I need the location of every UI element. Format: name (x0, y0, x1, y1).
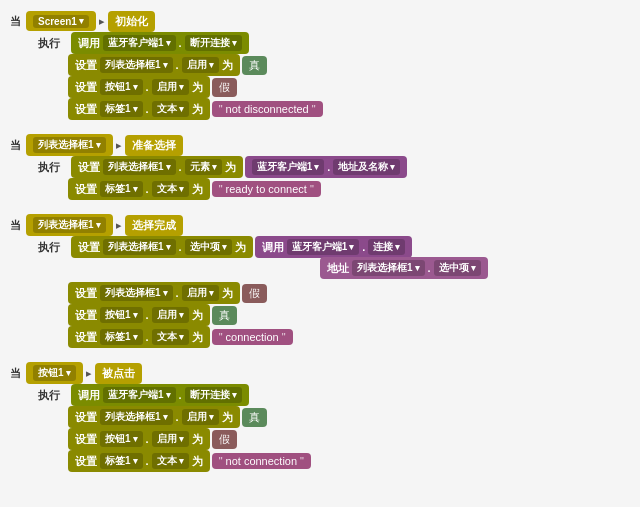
set-block-3-1[interactable]: 设置 列表选择框1 . 选中项 为 (71, 236, 253, 258)
set-text-1-4: 设置 (75, 102, 97, 117)
dot-1-4: . (146, 103, 149, 115)
for-2-1: 为 (225, 160, 236, 175)
listpicker-when-dropdown-3[interactable]: 列表选择框1 (33, 217, 106, 233)
set-text-3-2: 设置 (75, 286, 97, 301)
text-dropdown-4-4[interactable]: 文本 (152, 453, 189, 469)
btn1-dropdown-4-3[interactable]: 按钮1 (100, 431, 143, 447)
listpicker-when-dropdown[interactable]: 列表选择框1 (33, 137, 106, 153)
dot-3-4: . (146, 331, 149, 343)
for-3-1: 为 (235, 240, 246, 255)
app-container: 当 Screen1 ▸ 初始化 执行 调用 蓝牙客户端1 . 断开连接 设置 列… (10, 10, 630, 472)
text-dropdown-1-4[interactable]: 文本 (152, 101, 189, 117)
set-block-3-3[interactable]: 设置 按钮1 . 启用 为 (68, 304, 210, 326)
when-label-4: 当 (10, 366, 21, 381)
dot-call-3-1: . (362, 241, 365, 253)
label1-dropdown-2-2[interactable]: 标签1 (100, 181, 143, 197)
done-event-block[interactable]: 选择完成 (125, 215, 183, 236)
when-row-2: 当 列表选择框1 ▸ 准备选择 (10, 134, 630, 156)
disconnect-dropdown-4[interactable]: 断开连接 (185, 387, 242, 403)
set-block-2-2[interactable]: 设置 标签1 . 文本 为 (68, 178, 210, 200)
string-val-3-4: " connection " (212, 329, 293, 345)
connect-dropdown-3-1[interactable]: 连接 (368, 239, 405, 255)
screen1-block[interactable]: Screen1 (26, 11, 96, 31)
set-block-1-2[interactable]: 设置 列表选择框1 . 启用 为 (68, 54, 240, 76)
btn1-dropdown-3-3[interactable]: 按钮1 (100, 307, 143, 323)
btn1-dropdown-1-3[interactable]: 按钮1 (100, 79, 143, 95)
bt-client-dropdown-4[interactable]: 蓝牙客户端1 (103, 387, 176, 403)
listpicker1-dropdown-1-2[interactable]: 列表选择框1 (100, 57, 173, 73)
disconnect-dropdown-1[interactable]: 断开连接 (185, 35, 242, 51)
exec-row-4-1: 执行 调用 蓝牙客户端1 . 断开连接 (38, 384, 630, 406)
quote-open-4-4: " (219, 455, 223, 467)
true-val-1-2: 真 (242, 56, 267, 75)
bt-client-dropdown-2-1[interactable]: 蓝牙客户端1 (252, 159, 325, 175)
listpicker-when-block-3[interactable]: 列表选择框1 (26, 214, 113, 236)
address-name-dropdown-2-1[interactable]: 地址及名称 (333, 159, 400, 175)
label1-dropdown-1-4[interactable]: 标签1 (100, 101, 143, 117)
screen1-dropdown[interactable]: Screen1 (33, 15, 89, 28)
quote-close-1-4: " (312, 103, 316, 115)
text-dropdown-3-4[interactable]: 文本 (152, 329, 189, 345)
enable-dropdown-3-3[interactable]: 启用 (152, 307, 189, 323)
call-block-1[interactable]: 调用 蓝牙客户端1 . 断开连接 (71, 32, 249, 54)
listpicker-when-block[interactable]: 列表选择框1 (26, 134, 113, 156)
set-block-3-2[interactable]: 设置 列表选择框1 . 启用 为 (68, 282, 240, 304)
set-block-2-1[interactable]: 设置 列表选择框1 . 元素 为 (71, 156, 243, 178)
enable-dropdown-4-3[interactable]: 启用 (152, 431, 189, 447)
false-val-3-2: 假 (242, 284, 267, 303)
listpicker1-dropdown-4-2[interactable]: 列表选择框1 (100, 409, 173, 425)
quote-close-2-2: " (310, 183, 314, 195)
ready-event-block[interactable]: 准备选择 (125, 135, 183, 156)
set-block-4-4[interactable]: 设置 标签1 . 文本 为 (68, 450, 210, 472)
label1-dropdown-3-4[interactable]: 标签1 (100, 329, 143, 345)
call-block-4[interactable]: 调用 蓝牙客户端1 . 断开连接 (71, 384, 249, 406)
set-text-2-2: 设置 (75, 182, 97, 197)
set-text-3-1: 设置 (78, 240, 100, 255)
enable-dropdown-4-2[interactable]: 启用 (182, 409, 219, 425)
set-block-1-4[interactable]: 设置 标签1 . 文本 为 (68, 98, 210, 120)
init-event-block[interactable]: 初始化 (108, 11, 155, 32)
bt-client-dropdown-3-1[interactable]: 蓝牙客户端1 (287, 239, 360, 255)
enable-dropdown-1-2[interactable]: 启用 (182, 57, 219, 73)
dot-bt-2-1: . (327, 161, 330, 173)
bt-address-block[interactable]: 蓝牙客户端1 . 地址及名称 (245, 156, 408, 178)
group-listpicker-ready: 当 列表选择框1 ▸ 准备选择 执行 设置 列表选择框1 . 元素 为 蓝牙客户… (10, 134, 630, 200)
exec-row-4-3: 设置 按钮1 . 启用 为 假 (38, 428, 630, 450)
dot-2-1: . (179, 161, 182, 173)
btn1-when-block[interactable]: 按钮1 (26, 362, 83, 384)
selected-dropdown-3-1[interactable]: 选中项 (185, 239, 232, 255)
quote-open-3-4: " (219, 331, 223, 343)
address-param-block[interactable]: 地址 列表选择框1 . 选中项 (320, 257, 488, 279)
true-val-4-2: 真 (242, 408, 267, 427)
set-text-4-4: 设置 (75, 454, 97, 469)
dot-call-4: . (179, 389, 182, 401)
btn1-when-dropdown[interactable]: 按钮1 (33, 365, 76, 381)
group-btn1-click: 当 按钮1 ▸ 被点击 执行 调用 蓝牙客户端1 . 断开连接 设置 列表选择框… (10, 362, 630, 472)
dot-1-3: . (146, 81, 149, 93)
set-block-4-3[interactable]: 设置 按钮1 . 启用 为 (68, 428, 210, 450)
listpicker-set-dropdown-2-1[interactable]: 列表选择框1 (103, 159, 176, 175)
exec-row-3-1: 执行 设置 列表选择框1 . 选中项 为 调用 蓝牙客户端1 . 连接 (38, 236, 630, 258)
listpicker-dropdown-3-2[interactable]: 列表选择框1 (100, 285, 173, 301)
when-label-1: 当 (10, 14, 21, 29)
enable-dropdown-3-2[interactable]: 启用 (182, 285, 219, 301)
set-block-4-2[interactable]: 设置 列表选择框1 . 启用 为 (68, 406, 240, 428)
text-dropdown-2-2[interactable]: 文本 (152, 181, 189, 197)
exec-row-3-3: 设置 按钮1 . 启用 为 真 (38, 304, 630, 326)
call-connect-block[interactable]: 调用 蓝牙客户端1 . 连接 (255, 236, 413, 258)
element-dropdown-2-1[interactable]: 元素 (185, 159, 222, 175)
listpicker-set-dropdown-3-1[interactable]: 列表选择框1 (103, 239, 176, 255)
enable-dropdown-1-3[interactable]: 启用 (152, 79, 189, 95)
set-block-1-3[interactable]: 设置 按钮1 . 启用 为 (68, 76, 210, 98)
click-event-block[interactable]: 被点击 (95, 363, 142, 384)
exec-row-1-3: 设置 按钮1 . 启用 为 假 (38, 76, 630, 98)
label1-dropdown-4-4[interactable]: 标签1 (100, 453, 143, 469)
selected-param-dropdown-3-1[interactable]: 选中项 (434, 260, 481, 276)
for-2-2: 为 (192, 182, 203, 197)
true-val-3-3: 真 (212, 306, 237, 325)
set-block-3-4[interactable]: 设置 标签1 . 文本 为 (68, 326, 210, 348)
bt-client-dropdown-1[interactable]: 蓝牙客户端1 (103, 35, 176, 51)
listpicker-param-dropdown-3-1[interactable]: 列表选择框1 (352, 260, 425, 276)
false-val-4-3: 假 (212, 430, 237, 449)
dot-1: ▸ (98, 15, 106, 28)
